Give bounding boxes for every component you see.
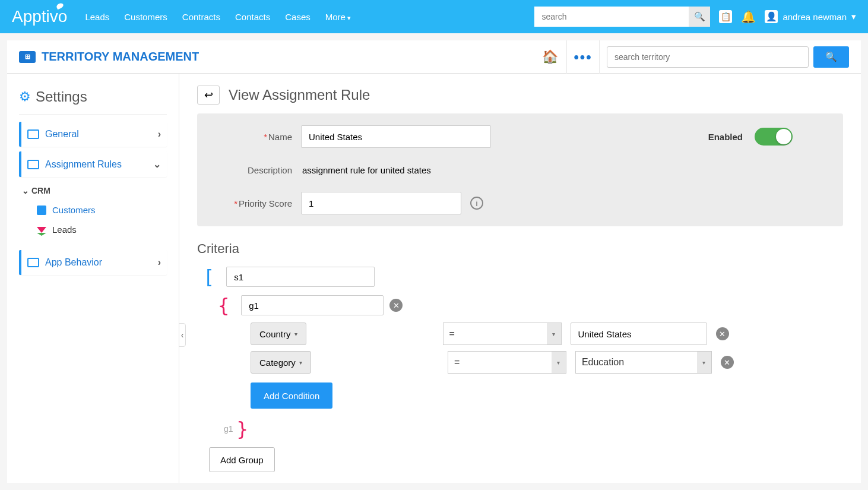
sidebar-item-customers[interactable]: Customers	[19, 200, 167, 220]
search-icon: 🔍	[694, 11, 705, 21]
rule-form: *Name Enabled Description *Priority Scor…	[197, 113, 843, 226]
gear-icon: ⚙	[19, 89, 31, 105]
operator-select[interactable]: = ▾	[443, 323, 562, 345]
chevron-right-icon: ›	[158, 257, 161, 268]
back-arrow-icon: ↩	[204, 88, 213, 102]
user-menu[interactable]: 👤 andrea newman ▾	[765, 10, 856, 23]
name-input[interactable]	[301, 125, 491, 148]
username: andrea newman	[783, 12, 847, 22]
general-icon	[27, 129, 39, 139]
nav-contracts[interactable]: Contracts	[182, 12, 220, 22]
logo: Apptivo	[12, 7, 67, 26]
sidebar-title: ⚙ Settings	[19, 88, 167, 105]
condition-value-input[interactable]	[571, 323, 707, 345]
global-search-input[interactable]	[534, 7, 689, 27]
app-title: ⊞ TERRITORY MANAGEMENT	[19, 50, 199, 64]
condition-row: Country = ▾ ✕	[251, 323, 843, 345]
back-button[interactable]: ↩	[197, 86, 220, 105]
customers-icon	[37, 206, 46, 215]
chevron-down-icon: ⌄	[153, 159, 161, 170]
condition-value-select[interactable]: Education ▾	[575, 351, 712, 374]
sidebar-item-assignment-rules[interactable]: Assignment Rules ⌄	[19, 151, 167, 177]
group-name-input[interactable]	[241, 295, 384, 315]
sidebar-crm-header[interactable]: CRM	[22, 186, 167, 195]
global-search-button[interactable]: 🔍	[689, 7, 710, 27]
home-icon[interactable]: 🏠	[533, 40, 566, 74]
territory-icon: ⊞	[19, 51, 36, 63]
chevron-down-icon: ▾	[851, 11, 856, 22]
nav-contacts[interactable]: Contacts	[235, 12, 270, 22]
avatar-icon: 👤	[765, 10, 778, 23]
description-label: Description	[212, 165, 301, 175]
nav-more[interactable]: More	[325, 12, 351, 22]
app-header: ⊞ TERRITORY MANAGEMENT 🏠 ••• 🔍	[7, 40, 861, 74]
nav-leads[interactable]: Leads	[85, 12, 109, 22]
priority-label: *Priority Score	[212, 198, 301, 208]
priority-input[interactable]	[301, 192, 461, 214]
delete-condition-icon[interactable]: ✕	[716, 327, 729, 340]
enabled-label: Enabled	[708, 132, 743, 142]
close-group-brace-icon: }	[237, 418, 248, 440]
chevron-right-icon: ›	[158, 129, 161, 140]
description-input[interactable]	[301, 159, 788, 181]
criteria-title: Criteria	[197, 241, 843, 257]
sidebar-item-general[interactable]: General ›	[19, 122, 167, 147]
caret-down-icon: ▾	[547, 323, 561, 344]
criteria-block: [ { ✕ Country = ▾ ✕ Categor	[197, 265, 843, 483]
main-content: ↩ View Assignment Rule *Name Enabled Des…	[179, 74, 861, 483]
page-title: View Assignment Rule	[229, 87, 370, 103]
calendar-icon[interactable]: 📋	[719, 10, 732, 23]
add-condition-button[interactable]: Add Condition	[251, 382, 332, 409]
caret-down-icon: ▾	[697, 352, 711, 373]
top-navbar: Apptivo Leads Customers Contracts Contac…	[0, 0, 868, 33]
condition-row: Category = ▾ Education ▾ ✕	[251, 351, 843, 374]
nav-customers[interactable]: Customers	[124, 12, 167, 22]
delete-condition-icon[interactable]: ✕	[721, 356, 734, 369]
open-group-brace-icon: {	[218, 294, 229, 317]
territory-search-input[interactable]	[607, 46, 809, 68]
sidebar-item-app-behavior[interactable]: App Behavior ›	[19, 250, 167, 275]
field-select-country[interactable]: Country	[251, 323, 306, 345]
notifications-icon[interactable]: 🔔	[741, 10, 756, 24]
territory-search-button[interactable]: 🔍	[813, 46, 849, 68]
open-set-bracket-icon: [	[203, 265, 214, 288]
more-actions-icon[interactable]: •••	[566, 40, 600, 74]
enabled-toggle[interactable]	[755, 128, 793, 146]
info-icon[interactable]: i	[470, 197, 483, 210]
close-set-bracket-icon: ]	[216, 479, 227, 483]
funnel-icon	[37, 227, 46, 233]
delete-group-icon[interactable]: ✕	[389, 299, 403, 312]
caret-down-icon: ▾	[552, 352, 566, 373]
nav-cases[interactable]: Cases	[285, 12, 311, 22]
settings-sidebar: ⚙ Settings General › Assignment Rules ⌄ …	[7, 74, 179, 483]
app-behavior-icon	[27, 258, 39, 267]
sidebar-collapse-handle[interactable]: ‹	[179, 323, 186, 347]
name-label: *Name	[212, 132, 301, 142]
field-select-category[interactable]: Category	[251, 351, 311, 374]
set-name-input[interactable]	[226, 267, 375, 287]
global-search: 🔍	[534, 7, 710, 27]
topnav-links: Leads Customers Contracts Contacts Cases…	[85, 12, 534, 22]
rules-icon	[27, 160, 39, 169]
operator-select[interactable]: = ▾	[448, 351, 566, 374]
add-group-button[interactable]: Add Group	[209, 447, 275, 472]
search-icon: 🔍	[825, 52, 837, 62]
group-close-label: g1	[224, 424, 233, 434]
sidebar-item-leads[interactable]: Leads	[19, 220, 167, 239]
